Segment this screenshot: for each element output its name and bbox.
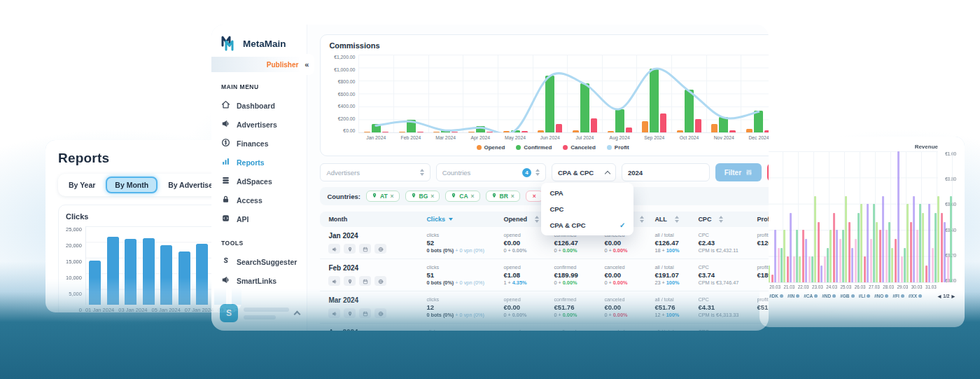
revenue-bar <box>796 230 798 282</box>
clicks-cell: clicks150 bots (0%) + 0 vpn (0%) <box>426 329 503 350</box>
legend-item-DK[interactable]: #DK <box>769 294 783 298</box>
countries-chips: AT×BG×CA×BR× <box>366 191 520 202</box>
sidebar-item-dashboard[interactable]: Dashboard <box>211 96 307 115</box>
remove-chip-icon[interactable]: × <box>430 193 434 200</box>
y-tick: 25,000 <box>66 226 82 233</box>
megaphone-action-button[interactable] <box>328 308 340 318</box>
clear-countries-chip[interactable]: × <box>526 191 543 202</box>
pin-action-button[interactable] <box>344 308 356 318</box>
sidebar-item-searchsuggester[interactable]: SearchSuggester <box>211 252 307 271</box>
month-cell: Jan 2024 <box>328 232 426 254</box>
globe-action-button[interactable] <box>374 308 386 318</box>
x-tick: Jun 2024 <box>533 133 568 140</box>
sidebar-item-finances[interactable]: Finances <box>211 134 307 153</box>
remove-chip-icon[interactable]: × <box>471 193 475 200</box>
tab-by-year[interactable]: By Year <box>62 177 102 193</box>
clicks-cell: clicks120 bots (0%) + 0 vpn (0%) <box>426 296 503 318</box>
y-tick: €200.00 <box>338 116 356 121</box>
calendar-action-button[interactable] <box>359 340 371 350</box>
sort-icon <box>675 216 679 223</box>
calendar-icon <box>363 307 368 319</box>
sidebar-item-label: Access <box>237 196 262 205</box>
legend-dot <box>885 294 888 298</box>
megaphone-action-button[interactable] <box>328 340 340 350</box>
country-chip-at[interactable]: AT× <box>366 191 400 202</box>
month-cell: Apr 2024 <box>328 329 426 350</box>
pin-action-button[interactable] <box>344 244 356 254</box>
legend-item-NO[interactable]: #NO <box>874 294 888 298</box>
sidebar-item-reports[interactable]: Reports <box>211 153 307 172</box>
year-input[interactable]: 2024 <box>622 163 710 181</box>
legend-item-IN[interactable]: #IN <box>788 294 799 298</box>
remove-chip-icon[interactable]: × <box>391 193 394 200</box>
pin-icon <box>372 193 377 200</box>
calendar-action-button[interactable] <box>359 244 371 254</box>
column-header-all[interactable]: ALL <box>654 216 698 223</box>
sidebar-item-advertisers[interactable]: Advertisers <box>211 115 307 134</box>
revenue-x-axis: 20.0321.0322.0323.0324.0325.0326.0327.03… <box>768 283 938 289</box>
canceled-cell: canceled€0.000 + 0.00% <box>604 329 654 350</box>
revenue-legend: #DK#IN#CA#ND#GB#LI#NO#FI#XX ◀ 1/2 ▶ <box>768 289 956 298</box>
pin-action-button[interactable] <box>344 340 356 350</box>
megaphone-action-button[interactable] <box>328 276 340 286</box>
revenue-bar <box>891 248 893 282</box>
globe-icon <box>378 339 384 352</box>
sidebar-item-api[interactable]: API <box>211 209 307 228</box>
dropdown-option-cpacpc[interactable]: CPA & CPC✓ <box>541 217 634 233</box>
countries-select[interactable]: Countries 4 <box>436 163 546 181</box>
legend-item-FI[interactable]: #FI <box>892 294 904 298</box>
chevron-up-icon[interactable] <box>294 311 301 318</box>
clicks-chart-title: Clicks <box>66 212 221 221</box>
sidebar-collapse-button[interactable]: « <box>299 54 314 75</box>
commissions-x-axis: Jan 2024Feb 2024Mar 2024Apr 2024May 2024… <box>358 133 776 140</box>
revenue-plot-area <box>768 151 938 283</box>
legend-item-LI[interactable]: #LI <box>859 294 870 298</box>
brand: MetaMain <box>211 25 307 57</box>
x-tick: 03 Jan 2024 <box>118 307 147 313</box>
calendar-action-button[interactable] <box>359 308 371 318</box>
pin-action-button[interactable] <box>344 276 356 286</box>
x-tick: Oct 2024 <box>672 133 707 140</box>
sidebar-item-smartlinks[interactable]: SmartLinks <box>211 271 307 290</box>
megaphone-action-button[interactable] <box>328 244 340 254</box>
next-page-icon[interactable]: ▶ <box>951 294 955 298</box>
country-chip-bg[interactable]: BG× <box>405 191 440 202</box>
column-header-month[interactable]: Month <box>328 216 426 223</box>
country-chip-ca[interactable]: CA× <box>445 191 479 202</box>
user-block[interactable]: S <box>220 304 300 322</box>
revenue-bar <box>932 248 934 282</box>
type-select[interactable]: CPA & CPC <box>552 163 616 181</box>
sidebar-item-access[interactable]: Access <box>211 191 307 209</box>
legend-item-CA[interactable]: #CA <box>804 294 818 298</box>
legend-dot <box>867 294 870 298</box>
calendar-action-button[interactable] <box>359 276 371 286</box>
column-header-clicks[interactable]: Clicks <box>426 216 503 223</box>
legend-item-ND[interactable]: #ND <box>822 294 836 298</box>
remove-chip-icon[interactable]: × <box>511 193 514 200</box>
revenue-bar <box>904 248 906 282</box>
legend-item-XX[interactable]: #XX <box>909 294 922 298</box>
revenue-bar <box>808 256 811 282</box>
globe-action-button[interactable] <box>374 276 386 286</box>
legend-item-GB[interactable]: #GB <box>840 294 854 298</box>
prev-page-icon[interactable]: ◀ <box>938 294 941 298</box>
user-placeholder-lines <box>244 308 289 319</box>
desktop-background: Reports By YearBy MonthBy AdvertiserBy C… <box>0 0 980 379</box>
pin-icon <box>491 193 497 200</box>
globe-action-button[interactable] <box>374 340 386 350</box>
sort-icon <box>719 216 723 223</box>
avatar[interactable]: S <box>220 304 238 322</box>
dropdown-option-cpa[interactable]: CPA <box>541 185 634 201</box>
revenue-bar <box>827 248 829 282</box>
dropdown-option-cpc[interactable]: CPC <box>541 201 634 217</box>
opened-cell: opened€0.000 + 0.00% <box>503 296 554 318</box>
tab-by-month[interactable]: By Month <box>106 177 158 193</box>
globe-action-button[interactable] <box>374 244 386 254</box>
sidebar-item-adspaces[interactable]: AdSpaces <box>211 172 307 191</box>
profit-cell: profit€95.02 <box>757 329 785 344</box>
revenue-bar <box>882 196 884 282</box>
country-chip-br[interactable]: BR× <box>486 191 520 202</box>
advertisers-select[interactable]: Advertisers <box>320 163 430 181</box>
column-header-cpc[interactable]: CPC <box>698 216 757 223</box>
filter-button[interactable]: Filter <box>715 163 762 181</box>
